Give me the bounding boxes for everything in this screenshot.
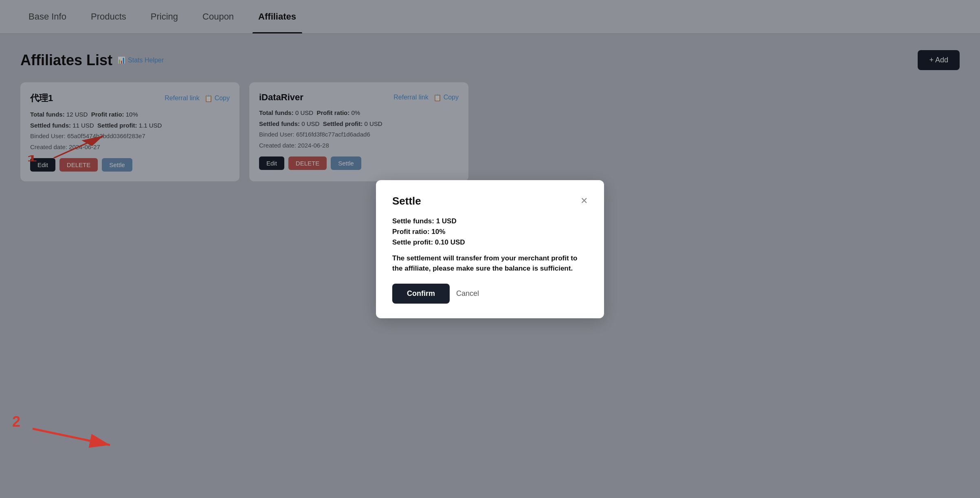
modal-overlay: Settle ✕ Settle funds: 1 USD Profit rati…: [0, 0, 980, 498]
svg-text:2: 2: [12, 413, 20, 430]
modal-settle-profit: Settle profit: 0.10 USD: [392, 238, 588, 247]
modal-footer: Confirm Cancel: [392, 284, 588, 304]
cancel-button[interactable]: Cancel: [456, 289, 479, 298]
modal-header: Settle ✕: [392, 195, 588, 207]
modal-settle-funds: Settle funds: 1 USD: [392, 217, 588, 225]
settle-modal: Settle ✕ Settle funds: 1 USD Profit rati…: [376, 180, 604, 318]
confirm-button[interactable]: Confirm: [392, 284, 450, 304]
modal-close-button[interactable]: ✕: [580, 196, 588, 205]
modal-title: Settle: [392, 195, 421, 207]
modal-profit-ratio: Profit ratio: 10%: [392, 228, 588, 236]
modal-body: Settle funds: 1 USD Profit ratio: 10% Se…: [392, 217, 588, 274]
modal-warning: The settlement will transfer from your m…: [392, 253, 588, 274]
svg-line-4: [33, 429, 110, 445]
annotation-arrow-2: 2: [0, 408, 138, 465]
